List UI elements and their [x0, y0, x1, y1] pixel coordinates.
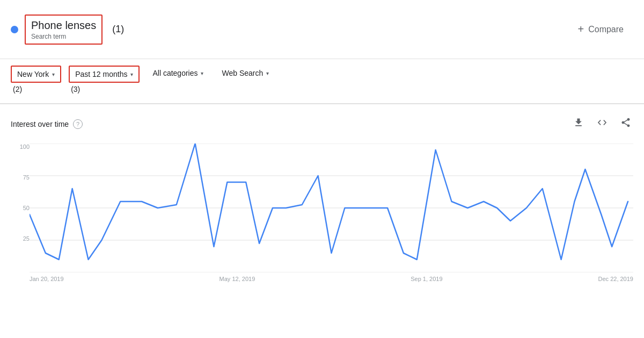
y-label-25: 25	[11, 235, 30, 242]
term-label-num: (1)	[112, 24, 124, 35]
categories-label: All categories	[152, 69, 197, 77]
time-range-filter-group: Past 12 months ▾ (3)	[69, 66, 140, 94]
location-num: (2)	[11, 85, 22, 94]
search-type-chevron-icon: ▾	[266, 70, 269, 76]
chart-actions	[571, 115, 633, 133]
term-subtitle: Search term	[31, 33, 96, 40]
location-filter-button[interactable]: New York ▾	[11, 66, 61, 83]
location-chevron-icon: ▾	[52, 71, 55, 77]
chart-title: Interest over time	[11, 120, 69, 128]
time-range-num: (3)	[69, 85, 80, 94]
categories-filter-button[interactable]: All categories ▾	[147, 66, 209, 81]
search-type-filter-group: Web Search ▾	[216, 66, 274, 81]
search-type-filter-button[interactable]: Web Search ▾	[216, 66, 274, 81]
categories-filter-group: All categories ▾	[147, 66, 209, 81]
search-type-label: Web Search	[222, 69, 263, 77]
term-title: Phone lenses	[31, 19, 96, 32]
x-label-sep: Sep 1, 2019	[411, 276, 442, 282]
chart-line	[30, 143, 628, 260]
categories-chevron-icon: ▾	[201, 70, 203, 76]
y-label-50: 50	[11, 205, 30, 211]
time-range-label: Past 12 months	[75, 70, 127, 78]
term-box[interactable]: Phone lenses Search term	[25, 15, 103, 45]
download-button[interactable]	[571, 115, 586, 133]
header: Phone lenses Search term (1) + Compare	[0, 0, 644, 59]
term-dot	[11, 26, 18, 33]
y-label-75: 75	[11, 174, 30, 181]
location-filter-group: New York ▾ (2)	[11, 66, 61, 94]
chart-header: Interest over time ?	[11, 115, 633, 133]
compare-button[interactable]: + Compare	[568, 18, 634, 41]
x-label-dec: Dec 22, 2019	[598, 276, 633, 282]
chart-title-group: Interest over time ?	[11, 119, 83, 129]
time-range-chevron-icon: ▾	[130, 71, 133, 77]
search-term-block: Phone lenses Search term (1)	[11, 15, 124, 45]
x-label-may: May 12, 2019	[219, 276, 255, 282]
x-label-jan: Jan 20, 2019	[30, 276, 64, 282]
help-icon[interactable]: ?	[73, 119, 83, 129]
embed-button[interactable]	[595, 115, 610, 133]
trend-chart	[30, 143, 633, 272]
location-label: New York	[17, 70, 49, 78]
compare-label: Compare	[588, 25, 624, 34]
share-button[interactable]	[618, 115, 633, 133]
plus-icon: +	[578, 23, 584, 35]
y-label-100: 100	[11, 143, 30, 150]
time-range-filter-button[interactable]: Past 12 months ▾	[69, 66, 140, 83]
chart-section: Interest over time ? 100 75 50 25 0	[0, 104, 644, 287]
filters-row: New York ▾ (2) Past 12 months ▾ (3) All …	[0, 59, 644, 104]
